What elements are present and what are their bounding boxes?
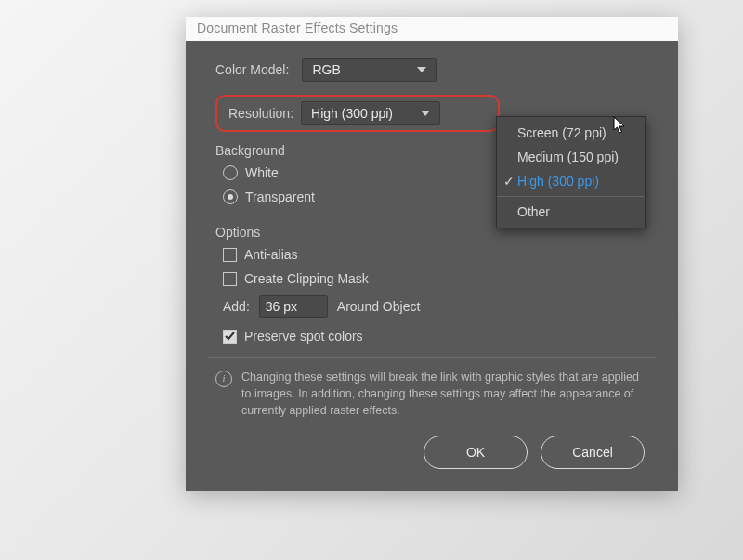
- dialog-title: Document Raster Effects Settings: [186, 17, 678, 41]
- resolution-select[interactable]: High (300 ppi): [301, 101, 440, 125]
- resolution-option-label: Other: [517, 204, 550, 219]
- color-model-label: Color Model:: [215, 62, 289, 77]
- resolution-option-label: High (300 ppi): [517, 174, 599, 189]
- add-row: Add: 36 px Around Object: [223, 295, 648, 318]
- resolution-option-label: Medium (150 ppi): [517, 150, 619, 164]
- chevron-down-icon: [417, 67, 426, 72]
- checkbox-anti-alias[interactable]: Anti-alias: [223, 247, 648, 262]
- menu-divider: [497, 196, 645, 197]
- resolution-value: High (300 ppi): [311, 106, 393, 121]
- radio-icon: [223, 189, 238, 204]
- add-value: 36 px: [266, 299, 297, 314]
- cancel-button[interactable]: Cancel: [541, 436, 645, 469]
- warning-info: i Changing these settings will break the…: [215, 367, 648, 436]
- radio-transparent-label: Transparent: [245, 189, 315, 204]
- clipping-mask-label: Create Clipping Mask: [244, 271, 369, 286]
- radio-white-label: White: [245, 165, 279, 180]
- dialog-buttons: OK Cancel: [215, 436, 648, 473]
- resolution-label: Resolution:: [228, 106, 293, 121]
- resolution-option-screen[interactable]: Screen (72 ppi): [497, 121, 645, 145]
- checkbox-icon: [223, 272, 237, 286]
- color-model-row: Color Model: RGB: [215, 58, 648, 82]
- add-input[interactable]: 36 px: [259, 295, 328, 318]
- resolution-highlight: Resolution: High (300 ppi): [215, 95, 500, 132]
- resolution-option-other[interactable]: Other: [497, 200, 645, 224]
- resolution-option-label: Screen (72 ppi): [517, 125, 606, 140]
- resolution-area: Resolution: High (300 ppi) Screen (72 pp…: [215, 95, 648, 132]
- around-object-label: Around Object: [337, 299, 421, 314]
- add-label: Add:: [223, 299, 250, 314]
- resolution-dropdown: Screen (72 ppi) Medium (150 ppi) ✓ High …: [496, 116, 646, 228]
- checkbox-preserve-spot[interactable]: Preserve spot colors: [223, 329, 648, 344]
- radio-icon: [223, 165, 238, 180]
- preserve-spot-label: Preserve spot colors: [244, 329, 363, 344]
- checkbox-clipping-mask[interactable]: Create Clipping Mask: [223, 271, 648, 286]
- resolution-option-high[interactable]: ✓ High (300 ppi): [497, 169, 645, 193]
- check-icon: ✓: [502, 174, 515, 189]
- ok-button[interactable]: OK: [424, 436, 528, 469]
- anti-alias-label: Anti-alias: [244, 247, 298, 262]
- color-model-select[interactable]: RGB: [302, 58, 437, 82]
- raster-effects-dialog: Document Raster Effects Settings Color M…: [186, 17, 678, 491]
- warning-text: Changing these settings will break the l…: [241, 369, 648, 419]
- color-model-value: RGB: [312, 62, 340, 77]
- chevron-down-icon: [421, 111, 430, 116]
- resolution-option-medium[interactable]: Medium (150 ppi): [497, 145, 645, 169]
- checkbox-icon: [223, 248, 237, 262]
- dialog-body: Color Model: RGB Resolution: High (300 p…: [186, 41, 678, 491]
- info-icon: i: [215, 371, 232, 387]
- divider: [208, 357, 656, 358]
- options-group: Anti-alias Create Clipping Mask Add: 36 …: [223, 247, 648, 344]
- checkbox-icon: [223, 330, 237, 344]
